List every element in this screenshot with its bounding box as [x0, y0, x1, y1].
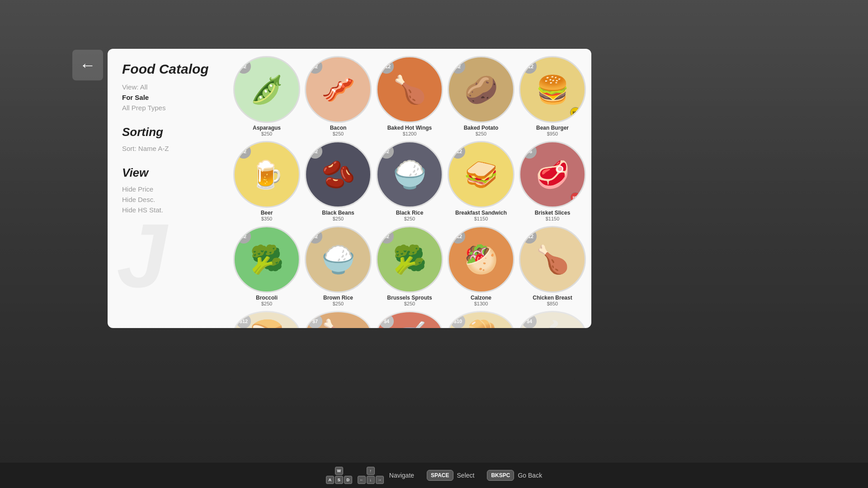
food-icon: 🍔: [536, 74, 570, 106]
food-item-calzone[interactable]: $12 🥙 Calzone $1300: [448, 226, 514, 306]
food-circle: $2 🥔: [448, 56, 514, 123]
food-item-broccoli[interactable]: $2 🥦 Broccoli $250: [233, 226, 300, 306]
food-price: $250: [333, 216, 344, 221]
w-key: W: [335, 467, 343, 475]
food-price: $250: [261, 301, 272, 306]
food-item-baked-potato[interactable]: $2 🥔 Baked Potato $250: [448, 56, 514, 136]
food-item-baked-hot-wings[interactable]: $12 🍗 Baked Hot Wings $1200: [376, 56, 443, 136]
food-circle: $12 🥪: [448, 141, 514, 208]
navigate-label: Navigate: [389, 472, 414, 479]
food-price: $350: [261, 216, 272, 221]
food-circle: $2 🍚: [305, 226, 372, 293]
food-item-bacon[interactable]: $2 🥓 Bacon $250: [305, 56, 372, 136]
view-hide-hs[interactable]: Hide HS Stat.: [122, 206, 217, 214]
price-badge: $12: [451, 229, 465, 244]
view-hide-price[interactable]: Hide Price: [122, 185, 217, 193]
filter-view-all[interactable]: View: All: [122, 83, 217, 91]
price-badge: $12: [236, 314, 251, 328]
food-item-clam-chowder[interactable]: $4 🍲 HS Clam Chowder ???: [519, 311, 586, 328]
food-circle: $2 🥦: [376, 226, 443, 293]
food-icon: 🫛: [250, 74, 284, 106]
food-name: Beer: [261, 210, 273, 216]
select-group: SPACE Select: [427, 470, 474, 481]
food-circle: $4 🥣 HS: [376, 311, 443, 328]
food-name: Black Rice: [396, 210, 424, 216]
food-price: $950: [547, 131, 558, 136]
food-circle: $12 🍞 HS: [233, 311, 300, 328]
food-item-black-beans[interactable]: $2 🫘 Black Beans $250: [305, 141, 372, 221]
price-badge: $4: [522, 314, 537, 328]
food-circle: $6 🥩 HS: [519, 141, 586, 208]
food-name: Baked Hot Wings: [387, 125, 432, 131]
food-price: $1200: [403, 131, 417, 136]
food-circle: $2 🍚: [376, 141, 443, 208]
food-item-breakfast-sandwich[interactable]: $12 🥪 Breakfast Sandwich $1150: [448, 141, 514, 221]
back-button[interactable]: ←: [72, 50, 103, 80]
food-circle: $12 🍗: [376, 56, 443, 123]
sidebar: J Food Catalog View: All For Sale All Pr…: [108, 49, 230, 328]
food-name: Calzone: [471, 295, 491, 301]
food-item-croissant[interactable]: $10 🥐 HS Croissant ???: [448, 311, 514, 328]
food-icon: 🥓: [321, 74, 355, 106]
food-price: $250: [404, 216, 415, 221]
food-price: $250: [476, 131, 486, 136]
filter-all-prep[interactable]: All Prep Types: [122, 104, 217, 112]
down-key: ↓: [367, 476, 375, 484]
price-badge: $10: [451, 314, 465, 328]
food-item-brisket-slices[interactable]: $6 🥩 HS Brisket Slices $1150: [519, 141, 586, 221]
price-badge: $2: [379, 144, 394, 159]
food-name: Bean Burger: [536, 125, 569, 131]
s-key: S: [335, 476, 343, 484]
price-badge: $12: [522, 229, 537, 244]
food-price: $250: [404, 301, 415, 306]
food-icon: 🥪: [464, 159, 498, 191]
hs-badge: HS: [570, 107, 581, 118]
wasd-icon: W A S D: [326, 467, 352, 484]
food-name: Chicken Breast: [533, 295, 572, 301]
price-badge: $2: [308, 59, 322, 74]
food-item-black-rice[interactable]: $2 🍚 Black Rice $250: [376, 141, 443, 221]
food-price: $250: [333, 301, 344, 306]
food-item-chili[interactable]: $4 🥣 HS Chili ???: [376, 311, 443, 328]
food-circle: $2 🫘: [305, 141, 372, 208]
food-name: Black Beans: [322, 210, 354, 216]
bkspc-key: BKSPC: [487, 470, 514, 481]
food-icon: 🍺: [250, 159, 284, 191]
food-item-chicken-breast[interactable]: $12 🍗 Chicken Breast $850: [519, 226, 586, 306]
food-item-beer[interactable]: $2 🍺 Beer $350: [233, 141, 300, 221]
price-badge: $2: [236, 59, 251, 74]
food-name: Broccoli: [256, 295, 278, 301]
food-icon: 🫘: [321, 159, 355, 191]
food-price: $850: [547, 301, 558, 306]
view-title: View: [122, 166, 217, 180]
food-item-bean-burger[interactable]: $12 🍔 HS Bean Burger $950: [519, 56, 586, 136]
food-item-ciabatta-roll[interactable]: $12 🍞 HS Ciabatta Roll ???: [233, 311, 300, 328]
food-name: Brown Rice: [323, 295, 353, 301]
sorting-title: Sorting: [122, 125, 217, 139]
price-badge: $6: [522, 144, 537, 159]
food-item-brussels-sprouts[interactable]: $2 🥦 Brussels Sprouts $250: [376, 226, 443, 306]
food-circle: $7 🍗 HS: [305, 311, 372, 328]
food-item-chicken-wing[interactable]: $7 🍗 HS Chicken Wing ???: [305, 311, 372, 328]
food-grid: $2 🫛 Asparagus $250 $2 🥓 Bacon $250 $12 …: [233, 56, 584, 328]
a-key: A: [326, 476, 334, 484]
food-item-brown-rice[interactable]: $2 🍚 Brown Rice $250: [305, 226, 372, 306]
food-item-asparagus[interactable]: $2 🫛 Asparagus $250: [233, 56, 300, 136]
food-icon: 🥦: [393, 244, 427, 276]
food-name: Asparagus: [253, 125, 281, 131]
price-badge: $2: [236, 144, 251, 159]
price-badge: $2: [379, 229, 394, 244]
back-arrow-icon: ←: [80, 56, 96, 75]
food-price: $250: [333, 131, 344, 136]
catalog-title: Food Catalog: [122, 61, 217, 77]
left-key: ←: [358, 476, 366, 484]
view-hide-desc[interactable]: Hide Desc.: [122, 196, 217, 203]
select-label: Select: [457, 472, 475, 479]
price-badge: $2: [308, 229, 322, 244]
filter-for-sale[interactable]: For Sale: [122, 94, 217, 101]
price-badge: $2: [451, 59, 465, 74]
catalog-panel: J Food Catalog View: All For Sale All Pr…: [108, 49, 591, 328]
food-icon: 🍗: [393, 74, 427, 106]
sort-option[interactable]: Sort: Name A-Z: [122, 145, 217, 152]
food-price: $1150: [546, 216, 560, 221]
